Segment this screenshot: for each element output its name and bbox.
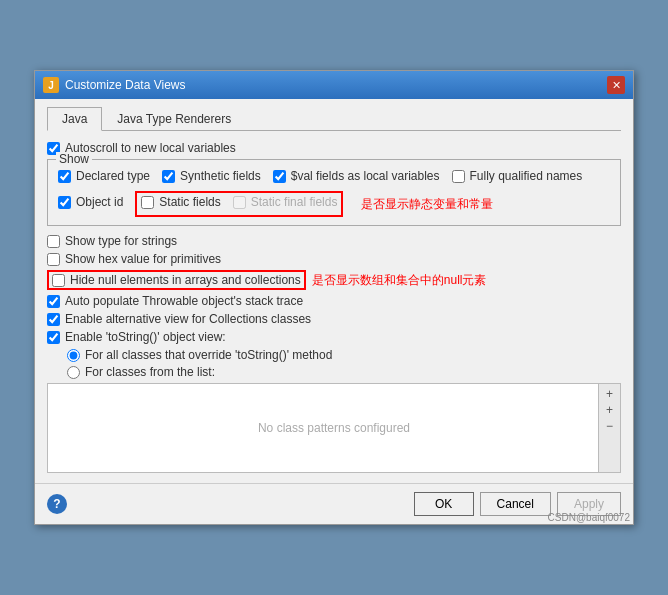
radio-all-classes[interactable]: [67, 349, 80, 362]
show-type-strings-checkbox[interactable]: [47, 235, 60, 248]
synthetic-fields-row: Synthetic fields: [162, 169, 261, 183]
title-bar: J Customize Data Views ✕: [35, 71, 633, 99]
tab-java-type-renderers[interactable]: Java Type Renderers: [102, 107, 246, 131]
help-button[interactable]: ?: [47, 494, 67, 514]
tostring-label: Enable 'toString()' object view:: [65, 330, 226, 344]
auto-populate-row: Auto populate Throwable object's stack t…: [47, 294, 621, 308]
enable-alt-view-checkbox[interactable]: [47, 313, 60, 326]
declared-type-row: Declared type: [58, 169, 150, 183]
no-patterns-text: No class patterns configured: [258, 421, 410, 435]
show-type-strings-label: Show type for strings: [65, 234, 177, 248]
tostring-radios: For all classes that override 'toString(…: [67, 348, 621, 379]
list-add2-button[interactable]: +: [606, 404, 613, 416]
static-final-fields-checkbox[interactable]: [233, 196, 246, 209]
list-add-button[interactable]: +: [606, 388, 613, 400]
static-final-fields-row: Static final fields: [233, 195, 338, 209]
show-hex-label: Show hex value for primitives: [65, 252, 221, 266]
dialog-title: Customize Data Views: [65, 78, 186, 92]
autoscroll-row: Autoscroll to new local variables: [47, 141, 621, 155]
show-type-strings-row: Show type for strings: [47, 234, 621, 248]
class-patterns-wrapper: No class patterns configured + + −: [47, 383, 621, 473]
radio-from-list-row: For classes from the list:: [67, 365, 621, 379]
static-final-fields-label: Static final fields: [251, 195, 338, 209]
close-button[interactable]: ✕: [607, 76, 625, 94]
hide-null-checkbox[interactable]: [52, 274, 65, 287]
hide-null-highlight: Hide null elements in arrays and collect…: [47, 270, 306, 290]
annotation-static: 是否显示静态变量和常量: [361, 196, 493, 213]
declared-type-label: Declared type: [76, 169, 150, 183]
tab-java[interactable]: Java: [47, 107, 102, 131]
radio-from-list-label: For classes from the list:: [85, 365, 215, 379]
list-remove-button[interactable]: −: [606, 420, 613, 432]
show-hex-row: Show hex value for primitives: [47, 252, 621, 266]
val-fields-label: $val fields as local variables: [291, 169, 440, 183]
show-hex-checkbox[interactable]: [47, 253, 60, 266]
ok-button[interactable]: OK: [414, 492, 474, 516]
dialog-body: Java Java Type Renderers Autoscroll to n…: [35, 99, 633, 483]
object-id-checkbox[interactable]: [58, 196, 71, 209]
synthetic-fields-label: Synthetic fields: [180, 169, 261, 183]
enable-alt-view-row: Enable alternative view for Collections …: [47, 312, 621, 326]
hide-null-wrapper: Hide null elements in arrays and collect…: [47, 270, 621, 290]
show-group: Show Declared type Synthetic fields $val…: [47, 159, 621, 226]
radio-all-classes-label: For all classes that override 'toString(…: [85, 348, 332, 362]
tostring-checkbox[interactable]: [47, 331, 60, 344]
tostring-row: Enable 'toString()' object view:: [47, 330, 621, 344]
object-id-row: Object id: [58, 195, 123, 209]
object-id-label: Object id: [76, 195, 123, 209]
auto-populate-checkbox[interactable]: [47, 295, 60, 308]
tabs: Java Java Type Renderers: [47, 107, 621, 131]
val-fields-checkbox[interactable]: [273, 170, 286, 183]
dialog-icon: J: [43, 77, 59, 93]
enable-alt-view-label: Enable alternative view for Collections …: [65, 312, 311, 326]
annotation-null: 是否显示数组和集合中的null元素: [312, 272, 487, 289]
static-fields-highlight: Static fields Static final fields: [135, 191, 343, 217]
static-fields-row: Static fields: [141, 195, 220, 209]
fully-qualified-label: Fully qualified names: [470, 169, 583, 183]
class-patterns-list[interactable]: No class patterns configured + + −: [47, 383, 621, 473]
synthetic-fields-checkbox[interactable]: [162, 170, 175, 183]
show-row2: Object id Static fields Static final fie…: [58, 191, 610, 217]
customize-data-views-dialog: J Customize Data Views ✕ Java Java Type …: [34, 70, 634, 525]
hide-null-label: Hide null elements in arrays and collect…: [70, 273, 301, 287]
list-sidebar: + + −: [598, 384, 620, 472]
static-fields-checkbox[interactable]: [141, 196, 154, 209]
show-group-title: Show: [56, 152, 92, 166]
cancel-button[interactable]: Cancel: [480, 492, 551, 516]
dialog-footer: ? OK Cancel Apply: [35, 483, 633, 524]
fully-qualified-checkbox[interactable]: [452, 170, 465, 183]
val-fields-row: $val fields as local variables: [273, 169, 440, 183]
auto-populate-label: Auto populate Throwable object's stack t…: [65, 294, 303, 308]
declared-type-checkbox[interactable]: [58, 170, 71, 183]
radio-all-classes-row: For all classes that override 'toString(…: [67, 348, 621, 362]
show-row1: Declared type Synthetic fields $val fiel…: [58, 169, 610, 187]
watermark: CSDN@baiqf0072: [548, 512, 630, 523]
static-fields-label: Static fields: [159, 195, 220, 209]
fully-qualified-row: Fully qualified names: [452, 169, 583, 183]
radio-from-list[interactable]: [67, 366, 80, 379]
